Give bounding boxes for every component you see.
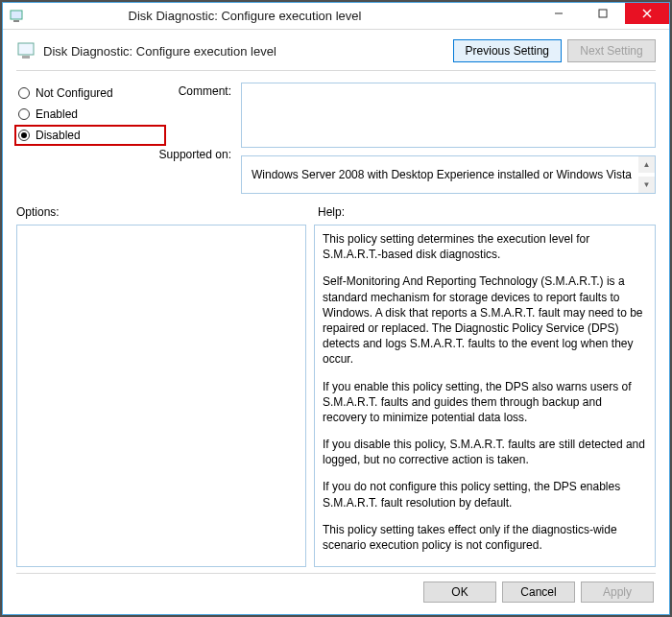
svg-rect-3: [599, 10, 607, 17]
titlebar: Disk Diagnostic: Configure execution lev…: [3, 3, 669, 30]
radio-icon: [18, 130, 30, 141]
options-panel[interactable]: [16, 225, 306, 567]
help-paragraph: If you enable this policy setting, the D…: [323, 379, 647, 426]
minimize-button[interactable]: [537, 3, 581, 24]
highlight-box: Disabled: [14, 125, 166, 146]
help-paragraph: If you disable this policy, S.M.A.R.T. f…: [323, 437, 647, 467]
radio-label: Not Configured: [36, 86, 113, 100]
comment-label: Comment:: [147, 84, 231, 98]
header-row: Disk Diagnostic: Configure execution lev…: [16, 39, 656, 71]
radio-disabled[interactable]: Disabled: [18, 129, 137, 142]
supported-on-text: Windows Server 2008 with Desktop Experie…: [248, 168, 649, 181]
svg-rect-7: [22, 56, 30, 59]
radio-label: Disabled: [36, 129, 81, 142]
apply-button[interactable]: Apply: [581, 581, 654, 603]
policy-editor-window: Disk Diagnostic: Configure execution lev…: [2, 2, 670, 615]
dialog-buttons: OK Cancel Apply: [16, 573, 656, 605]
policy-title: Disk Diagnostic: Configure execution lev…: [43, 44, 445, 59]
radio-icon: [18, 108, 30, 120]
app-icon: [9, 9, 24, 24]
help-paragraph: Self-Monitoring And Reporting Technology…: [323, 273, 647, 367]
radio-icon: [18, 87, 30, 99]
svg-rect-0: [11, 11, 22, 19]
radio-not-configured[interactable]: Not Configured: [18, 86, 137, 100]
cancel-button[interactable]: Cancel: [502, 581, 575, 603]
help-paragraph: If you do not configure this policy sett…: [323, 479, 647, 510]
scroll-arrows: ▲ ▼: [638, 156, 655, 193]
field-labels: Comment: Supported on:: [147, 83, 231, 161]
window-controls: [537, 3, 669, 24]
svg-rect-6: [18, 43, 34, 55]
scroll-up-icon[interactable]: ▲: [638, 156, 655, 173]
scroll-down-icon[interactable]: ▼: [638, 177, 655, 193]
help-paragraph: This policy setting takes effect only if…: [323, 522, 647, 553]
svg-rect-1: [13, 20, 19, 22]
supported-label: Supported on:: [147, 148, 231, 161]
close-button[interactable]: [625, 3, 669, 24]
options-label: Options:: [16, 205, 306, 219]
radio-label: Enabled: [36, 107, 78, 121]
radio-enabled[interactable]: Enabled: [18, 107, 137, 121]
help-paragraph: This policy setting determines the execu…: [323, 231, 647, 262]
supported-on-box: Windows Server 2008 with Desktop Experie…: [241, 155, 656, 194]
window-title: Disk Diagnostic: Configure execution lev…: [30, 9, 537, 23]
help-label: Help:: [318, 205, 656, 219]
ok-button[interactable]: OK: [423, 581, 496, 603]
maximize-button[interactable]: [581, 3, 625, 24]
previous-setting-button[interactable]: Previous Setting: [453, 39, 562, 62]
comment-textarea[interactable]: [241, 83, 656, 148]
next-setting-button[interactable]: Next Setting: [567, 39, 656, 62]
policy-icon: [16, 41, 36, 60]
help-panel[interactable]: This policy setting determines the execu…: [314, 225, 656, 567]
state-radios: Not Configured Enabled Disabled: [16, 83, 137, 142]
